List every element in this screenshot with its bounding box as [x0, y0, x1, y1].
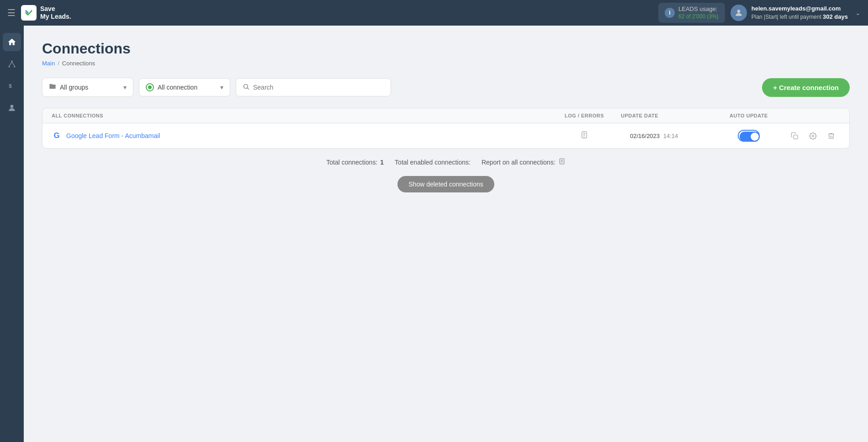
col-header-date: UPDATE DATE: [621, 113, 712, 118]
total-enabled: Total enabled connections:: [395, 159, 471, 166]
report-icon[interactable]: [558, 158, 566, 167]
connection-label: All connection: [158, 84, 197, 91]
show-deleted-section: Show deleted connections: [42, 176, 850, 192]
connection-filter-dropdown[interactable]: All connection ▾: [139, 78, 230, 96]
svg-point-15: [812, 135, 814, 137]
toggle-inner: [740, 132, 760, 142]
svg-rect-14: [794, 135, 798, 139]
duplicate-icon[interactable]: [785, 132, 804, 140]
connection-status-icon: [146, 83, 154, 91]
search-input[interactable]: [253, 84, 384, 91]
avatar: [730, 5, 747, 21]
connection-name-cell: G Google Lead Form - Acumbamail: [52, 131, 548, 141]
update-date: 02/16/2023: [630, 133, 660, 139]
table-header: ALL CONNECTIONS LOG / ERRORS UPDATE DATE…: [42, 108, 849, 123]
settings-icon[interactable]: [804, 132, 822, 140]
breadcrumb: Main / Connections: [42, 60, 850, 67]
delete-icon[interactable]: [822, 132, 840, 140]
svg-point-2: [9, 66, 10, 67]
auto-update-toggle[interactable]: [738, 130, 760, 142]
folder-icon: [49, 83, 56, 92]
sidebar-item-home[interactable]: [3, 33, 21, 51]
info-icon: i: [665, 8, 675, 18]
svg-text:$: $: [9, 83, 12, 89]
update-time: 14:14: [663, 133, 678, 139]
svg-point-3: [14, 66, 15, 67]
leads-usage-text: LEADS usage: 62 of 2'000 (3%): [678, 5, 719, 20]
svg-point-8: [244, 85, 248, 89]
google-icon: G: [52, 131, 62, 141]
col-header-connections: ALL CONNECTIONS: [52, 113, 548, 118]
menu-icon[interactable]: ☰: [7, 7, 16, 18]
connection-chevron-icon: ▾: [220, 84, 223, 91]
connection-link[interactable]: Google Lead Form - Acumbamail: [66, 132, 160, 139]
search-icon: [243, 83, 249, 91]
user-info: helen.savemyleads@gmail.com Plan |Start|…: [752, 5, 848, 21]
create-connection-button[interactable]: + Create connection: [762, 78, 850, 97]
leads-usage-box[interactable]: i LEADS usage: 62 of 2'000 (3%): [658, 3, 725, 23]
chevron-down-icon: ⌄: [855, 9, 861, 16]
log-icon-cell: [548, 131, 621, 141]
logo-icon: [21, 5, 37, 21]
col-header-auto: AUTO UPDATE: [712, 113, 785, 118]
svg-point-7: [11, 105, 14, 108]
breadcrumb-main[interactable]: Main: [42, 60, 55, 67]
sidebar: $: [0, 26, 24, 442]
table-row: G Google Lead Form - Acumbamail 02/16/20…: [42, 123, 849, 148]
page-title: Connections: [42, 40, 850, 57]
connections-table: ALL CONNECTIONS LOG / ERRORS UPDATE DATE…: [42, 108, 850, 149]
show-deleted-button[interactable]: Show deleted connections: [397, 176, 494, 192]
logo: Save My Leads.: [21, 5, 71, 21]
svg-line-4: [9, 62, 12, 66]
breadcrumb-current: Connections: [62, 60, 95, 67]
groups-label: All groups: [60, 84, 88, 91]
sidebar-item-connections[interactable]: [3, 55, 21, 73]
col-header-log: LOG / ERRORS: [548, 113, 621, 118]
toggle-cell: [712, 130, 785, 142]
log-icon[interactable]: [580, 131, 588, 141]
report-all: Report on all connections:: [482, 158, 566, 167]
svg-point-1: [11, 61, 12, 62]
total-connections: Total connections: 1: [326, 159, 384, 166]
filters-row: All groups ▾ All connection ▾ + Create c…: [42, 78, 850, 97]
sidebar-item-account[interactable]: [3, 99, 21, 117]
user-box[interactable]: helen.savemyleads@gmail.com Plan |Start|…: [730, 5, 861, 21]
update-date-cell: 02/16/2023 14:14: [621, 133, 712, 139]
sidebar-item-billing[interactable]: $: [3, 77, 21, 95]
connections-footer: Total connections: 1 Total enabled conne…: [42, 158, 850, 167]
topnav: ☰ Save My Leads. i LEADS usage: 62 of 2'…: [0, 0, 868, 26]
svg-line-9: [247, 88, 249, 89]
svg-point-0: [737, 10, 740, 13]
groups-dropdown[interactable]: All groups ▾: [42, 78, 133, 97]
main-content: Connections Main / Connections All group…: [24, 26, 868, 442]
svg-line-5: [12, 62, 15, 66]
search-box[interactable]: [236, 78, 391, 96]
groups-chevron-icon: ▾: [123, 84, 127, 91]
logo-text: Save My Leads.: [40, 5, 71, 21]
toggle-knob: [751, 133, 759, 141]
